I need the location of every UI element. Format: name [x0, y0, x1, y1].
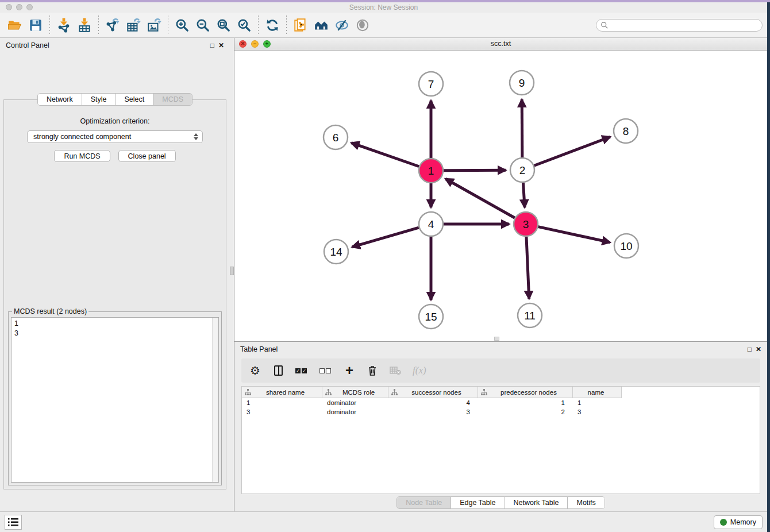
- tree-icon: [481, 389, 487, 395]
- graph-edge-3-10[interactable]: [538, 227, 610, 242]
- column-header-successor-nodes[interactable]: successor nodes: [388, 387, 478, 398]
- table-panel-title: Table Panel: [240, 345, 278, 353]
- graph-edge-3-1[interactable]: [445, 179, 515, 218]
- toolbar-separator: [98, 16, 99, 35]
- select-all-columns-icon[interactable]: ✓✓: [295, 364, 308, 377]
- toolbar-separator: [49, 16, 50, 35]
- tab-mcds[interactable]: MCDS: [153, 94, 192, 105]
- tab-edge-table[interactable]: Edge Table: [451, 497, 505, 508]
- network-document-icon[interactable]: [290, 15, 311, 36]
- graph-node-14[interactable]: 14: [324, 240, 348, 264]
- column-header-shared-name[interactable]: shared name: [242, 387, 322, 398]
- save-session-icon[interactable]: [25, 15, 46, 36]
- graph-node-8[interactable]: 8: [614, 119, 638, 143]
- cell-predecessor-nodes[interactable]: 2: [478, 407, 573, 417]
- mcds-result-textarea[interactable]: 1 3: [11, 317, 219, 483]
- show-graphics-details-icon[interactable]: [352, 15, 373, 36]
- canvas-grip-handle[interactable]: [494, 337, 499, 341]
- unselect-all-columns-icon[interactable]: [319, 364, 332, 377]
- import-table-icon[interactable]: [74, 15, 95, 36]
- hide-graphics-details-icon[interactable]: [332, 15, 352, 36]
- list-icon: [8, 518, 18, 527]
- run-mcds-button[interactable]: Run MCDS: [54, 150, 110, 162]
- table-row[interactable]: 3 dominator 3 2 3: [242, 407, 760, 417]
- tab-network[interactable]: Network: [38, 94, 82, 105]
- cell-mcds-role[interactable]: dominator: [322, 407, 388, 417]
- dropdown-arrows-icon: [194, 133, 198, 140]
- column-header-predecessor-nodes[interactable]: predecessor nodes: [478, 387, 573, 398]
- graph-edge-2-3[interactable]: [523, 183, 525, 207]
- svg-text:6: 6: [333, 132, 339, 144]
- graph-edge-3-11[interactable]: [526, 237, 529, 299]
- cell-shared-name[interactable]: 1: [242, 398, 322, 407]
- tab-node-table[interactable]: Node Table: [397, 497, 451, 508]
- cell-successor-nodes[interactable]: 4: [388, 398, 478, 407]
- graph-node-4[interactable]: 4: [419, 212, 443, 236]
- graph-node-15[interactable]: 15: [419, 304, 443, 329]
- gear-icon[interactable]: ⚙: [249, 364, 261, 377]
- tab-motifs[interactable]: Motifs: [568, 497, 604, 508]
- cell-successor-nodes[interactable]: 3: [388, 407, 478, 417]
- graph-node-9[interactable]: 9: [510, 71, 534, 95]
- network-graph[interactable]: 7968124314101511: [234, 51, 767, 341]
- cell-name[interactable]: 3: [573, 407, 622, 417]
- graph-edge-4-14[interactable]: [352, 228, 419, 247]
- task-history-button[interactable]: [5, 515, 22, 530]
- splitter-handle[interactable]: [230, 267, 234, 275]
- graph-edge-1-6[interactable]: [351, 143, 419, 167]
- add-column-icon[interactable]: +: [344, 364, 355, 377]
- graph-node-11[interactable]: 11: [518, 303, 542, 327]
- tab-select[interactable]: Select: [116, 94, 154, 105]
- cell-mcds-role[interactable]: dominator: [322, 398, 388, 407]
- graph-node-7[interactable]: 7: [419, 72, 443, 96]
- tab-network-table[interactable]: Network Table: [505, 497, 568, 508]
- vertical-splitter[interactable]: [230, 38, 234, 511]
- graph-edge-2-9[interactable]: [522, 99, 522, 157]
- close-table-panel-icon[interactable]: ✕: [756, 346, 761, 353]
- search-input[interactable]: [609, 20, 762, 30]
- show-home-panels-icon[interactable]: [311, 15, 332, 36]
- export-table-icon[interactable]: [123, 15, 144, 36]
- cell-predecessor-nodes[interactable]: 1: [478, 398, 573, 407]
- mcds-result-group: MCDS result (2 nodes) 1 3: [8, 311, 222, 485]
- graph-node-1[interactable]: 1: [419, 159, 443, 183]
- tab-style[interactable]: Style: [82, 94, 116, 105]
- zoom-in-icon[interactable]: [172, 15, 192, 36]
- split-columns-icon[interactable]: [272, 364, 284, 377]
- optimization-criterion-label: Optimization criterion:: [4, 117, 226, 125]
- graph-edge-2-8[interactable]: [534, 137, 610, 165]
- search-field[interactable]: [596, 19, 763, 32]
- close-panel-button[interactable]: Close panel: [118, 150, 176, 162]
- result-scrollbar[interactable]: [212, 318, 218, 482]
- network-canvas[interactable]: 7968124314101511: [234, 51, 767, 341]
- refresh-styles-icon[interactable]: [262, 15, 283, 36]
- memory-button[interactable]: Memory: [714, 515, 763, 529]
- export-image-icon[interactable]: [144, 15, 164, 36]
- column-header-mcds-role[interactable]: MCDS role: [322, 387, 388, 398]
- column-header-name[interactable]: name: [573, 387, 622, 398]
- export-network-icon[interactable]: [102, 15, 123, 36]
- memory-status-icon: [720, 519, 727, 526]
- open-folder-icon[interactable]: [5, 15, 25, 36]
- table-row[interactable]: 1 dominator 4 1 1: [242, 398, 760, 407]
- svg-text:4: 4: [428, 218, 434, 230]
- graph-node-10[interactable]: 10: [614, 234, 638, 258]
- graph-node-3[interactable]: 3: [514, 212, 538, 236]
- float-table-panel-icon[interactable]: □: [748, 346, 752, 353]
- zoom-fit-icon[interactable]: [213, 15, 234, 36]
- delete-column-icon[interactable]: [367, 364, 378, 377]
- import-network-icon[interactable]: [53, 15, 74, 36]
- zoom-out-icon[interactable]: [192, 15, 213, 36]
- cell-shared-name[interactable]: 3: [242, 407, 322, 417]
- graph-node-6[interactable]: 6: [324, 125, 348, 149]
- close-panel-icon[interactable]: ✕: [218, 42, 224, 49]
- float-panel-icon[interactable]: □: [210, 42, 214, 49]
- cell-name[interactable]: 1: [573, 398, 622, 407]
- graph-node-2[interactable]: 2: [510, 158, 534, 182]
- graph-edge-1-2[interactable]: [444, 170, 506, 171]
- mcds-panel-body: Optimization criterion: strongly connect…: [3, 99, 226, 489]
- criterion-dropdown[interactable]: strongly connected component: [27, 130, 203, 143]
- svg-text:10: 10: [620, 240, 632, 252]
- zoom-selected-icon[interactable]: [234, 15, 255, 36]
- svg-text:11: 11: [524, 310, 536, 322]
